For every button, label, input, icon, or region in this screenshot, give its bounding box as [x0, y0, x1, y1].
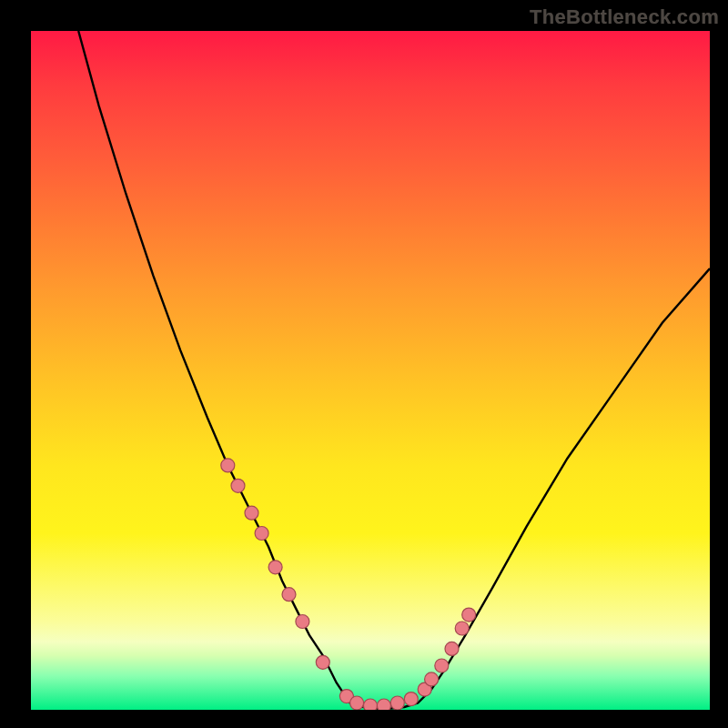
data-point: [221, 459, 235, 472]
data-point: [455, 622, 469, 635]
data-point: [435, 659, 449, 672]
data-point: [377, 699, 390, 710]
plot-area: [31, 31, 710, 710]
data-point: [282, 588, 296, 602]
data-point: [462, 608, 476, 622]
bottleneck-curve: [78, 31, 710, 709]
marker-group: [221, 459, 476, 710]
data-point: [231, 479, 245, 492]
watermark-text: TheBottleneck.com: [530, 5, 719, 29]
data-point: [390, 696, 404, 710]
data-point: [350, 696, 364, 710]
data-point: [404, 693, 418, 706]
data-point: [255, 527, 268, 541]
data-point: [445, 642, 459, 655]
outer-frame: TheBottleneck.com: [0, 0, 728, 728]
data-point: [425, 672, 439, 686]
data-point: [245, 506, 258, 520]
data-point: [364, 699, 378, 710]
data-point: [268, 561, 282, 574]
data-point: [316, 655, 329, 669]
data-point: [296, 615, 309, 629]
chart-svg: [31, 31, 710, 710]
